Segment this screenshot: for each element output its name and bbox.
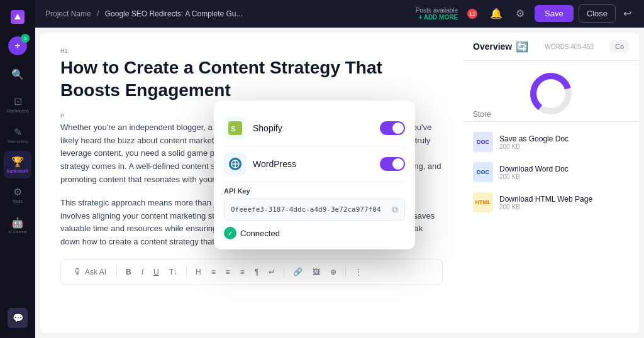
shopify-integration: S Shopify (224, 111, 405, 146)
undo-button[interactable]: ↩ (621, 5, 634, 22)
sidebar-item-dashboard[interactable]: ⊡ Dashboard (4, 90, 31, 118)
h1-label: H1 (60, 48, 443, 54)
topbar-actions: Posts available + ADD MORE 12 🔔 ⚙ Save C… (416, 4, 634, 23)
start-writing-label: Start writing (8, 139, 28, 143)
toolbar-divider-1 (116, 266, 117, 278)
settings-button[interactable]: ⚙ (511, 4, 530, 23)
connected-checkmark: ✓ (224, 227, 236, 239)
save-google-item[interactable]: DOC Save as Google Doc 200 KB (468, 127, 634, 157)
download-word-size: 200 KB (499, 173, 629, 180)
sidebar-item-ai-detector[interactable]: 🤖 AI Detector (4, 211, 31, 239)
panel-header: Overview 🔄 WORDS 409-453 Co (463, 33, 639, 61)
add-more-button[interactable]: + ADD MORE (418, 14, 458, 21)
toolbar-divider-2 (186, 266, 187, 278)
italic-button[interactable]: I (138, 265, 147, 279)
word-icon: DOC (473, 162, 493, 182)
writing-icon: ✎ (14, 126, 22, 138)
shopify-name: Shopify (253, 123, 282, 133)
bold-button[interactable]: B (122, 265, 135, 279)
doc-icon: DOC (473, 132, 493, 152)
logo-icon (11, 10, 25, 24)
sidebar-item-rankwell[interactable]: 🏆 RankWell® (4, 151, 31, 178)
refresh-icon[interactable]: 🔄 (516, 41, 528, 53)
ask-ai-button[interactable]: 🎙 Ask AI (69, 264, 111, 280)
breadcrumb-current: Google SEO Redirects: A Complete Gu... (105, 9, 243, 18)
toolbar-divider-4 (345, 266, 346, 278)
copy-button[interactable]: ⧉ (392, 204, 398, 215)
article-title[interactable]: How to Create a Content Strategy That Bo… (60, 57, 443, 102)
integration-modal: S Shopify WordPress API Key 0feeefe3-318… (214, 101, 415, 249)
wordpress-logo (224, 153, 247, 175)
posts-count-badge: 12 (463, 4, 482, 23)
api-key-field: 0feeefe3-3187-4ddc-a4d9-3e72ca977f04 ⧉ (224, 199, 405, 221)
align-center-button[interactable]: ≡ (222, 265, 234, 279)
rankwell-label: RankWell® (7, 169, 29, 173)
api-key-value: 0feeefe3-3187-4ddc-a4d9-3e72ca977f04 (231, 205, 387, 214)
shopify-toggle[interactable] (380, 121, 405, 135)
download-word-item[interactable]: DOC Download Word Doc 200 KB (468, 157, 634, 187)
posts-available-label: Posts available (416, 7, 458, 14)
donut-chart (463, 61, 639, 107)
search-icon: 🔍 (11, 68, 24, 80)
sidebar-item-tools[interactable]: ⚙ Tools (4, 181, 31, 209)
ai-icon: 🎙 (74, 267, 82, 277)
wordpress-toggle[interactable] (380, 157, 405, 171)
close-button[interactable]: Close (579, 4, 616, 23)
wordpress-name: WordPress (253, 159, 296, 169)
download-word-title: Download Word Doc (499, 165, 629, 173)
panel-items: DOC Save as Google Doc 200 KB DOC Downlo… (463, 122, 639, 222)
save-google-size: 200 KB (499, 143, 629, 150)
notifications-button[interactable]: 🔔 (487, 4, 506, 23)
image-button[interactable]: 🖼 (309, 265, 324, 279)
sidebar-item-start-writing[interactable]: ✎ Start writing (4, 121, 31, 148)
wordpress-integration: WordPress (224, 146, 405, 182)
rankwell-icon: 🏆 (11, 156, 24, 168)
overview-label: Overview (473, 41, 512, 52)
chat-button[interactable]: 💬 (8, 308, 28, 328)
topbar: Project Name / Google SEO Redirects: A C… (35, 0, 644, 28)
ai-detector-icon: 🤖 (11, 217, 24, 229)
tools-label: Tools (13, 199, 23, 204)
list-ol-button[interactable]: ¶ (251, 265, 262, 279)
add-badge: 3 (21, 34, 30, 43)
html-icon: HTML (473, 192, 493, 212)
chat-icon: 💬 (13, 313, 23, 323)
breadcrumb-project[interactable]: Project Name (45, 9, 91, 18)
right-panel: Overview 🔄 WORDS 409-453 Co (463, 33, 639, 333)
sidebar-item-search[interactable]: 🔍 (4, 60, 31, 88)
sidebar: + 3 🔍 ⊡ Dashboard ✎ Start writing 🏆 Rank… (0, 0, 35, 338)
heading-button[interactable]: H (192, 265, 205, 279)
add-button[interactable]: + 3 (8, 36, 27, 55)
svg-text:S: S (231, 125, 235, 133)
save-google-title: Save as Google Doc (499, 134, 629, 143)
words-label: WORDS (545, 43, 569, 50)
store-section: Store (463, 107, 639, 122)
words-count: 409-453 (570, 43, 594, 50)
align-left-button[interactable]: ≡ (208, 265, 219, 279)
more-button[interactable]: ⋮ (351, 265, 366, 279)
indent-button[interactable]: ↵ (265, 265, 279, 279)
ai-detector-label: AI Detector (8, 230, 27, 234)
tools-icon: ⚙ (13, 186, 22, 198)
svg-marker-0 (14, 14, 21, 19)
download-html-title: Download HTML Web Page (499, 195, 629, 204)
bell-icon: 🔔 (490, 8, 502, 19)
connected-label: Connected (240, 229, 280, 238)
link-button[interactable]: 🔗 (289, 265, 306, 279)
app-logo (6, 5, 30, 29)
save-button[interactable]: Save (535, 5, 574, 22)
download-html-size: 200 KB (499, 204, 629, 210)
breadcrumb: Project Name / Google SEO Redirects: A C… (45, 9, 243, 18)
list-ul-button[interactable]: ≡ (236, 265, 248, 279)
dashboard-icon: ⊡ (14, 95, 22, 107)
download-html-item[interactable]: HTML Download HTML Web Page 200 KB (468, 187, 634, 217)
gear-icon: ⚙ (516, 8, 525, 19)
toolbar-divider-3 (284, 266, 284, 278)
editor-toolbar: 🎙 Ask AI B I U T↓ H ≡ ≡ ≡ ¶ ↵ 🔗 (60, 259, 443, 285)
text-style-button[interactable]: T↓ (165, 265, 181, 279)
underline-button[interactable]: U (150, 265, 163, 279)
api-key-section: API Key 0feeefe3-3187-4ddc-a4d9-3e72ca97… (224, 187, 405, 221)
co-panel-tab[interactable]: Co (610, 40, 629, 53)
insert-button[interactable]: ⊕ (326, 265, 340, 279)
shopify-logo: S (224, 117, 247, 139)
